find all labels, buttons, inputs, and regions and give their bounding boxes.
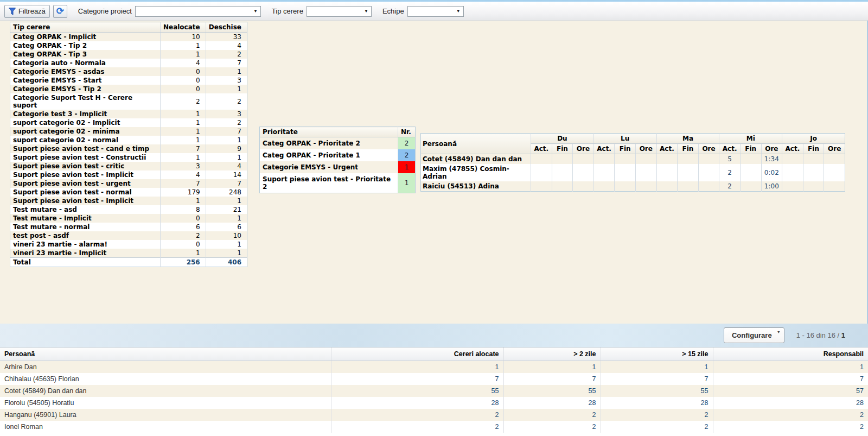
deschise-value: 3 [206, 110, 247, 118]
total-nealocate: 256 [160, 258, 206, 267]
deschise-value: 7 [206, 59, 247, 67]
table-row: Floroiu (54505) Horatiu 28 28 28 28 [0, 397, 868, 409]
table-row: Categorie EMSYS - Urgent 1 [260, 161, 416, 173]
echipe-select[interactable]: ▼ [407, 6, 464, 17]
ore-cell [635, 154, 656, 165]
tip-cerere-select[interactable]: ▼ [307, 6, 372, 17]
person-name: Chihalau (45635) Florian [0, 373, 331, 385]
fin-cell [803, 164, 824, 181]
col-header-deschise: Deschise [206, 22, 247, 33]
ore-cell [824, 164, 845, 181]
col-header-persoana: Persoană [421, 134, 531, 154]
nealocate-value: 1 [160, 110, 206, 118]
2-zile-value: 28 [503, 397, 601, 409]
nealocate-value: 0 [160, 85, 206, 93]
chevron-down-icon: ▼ [253, 9, 258, 14]
refresh-button[interactable]: ⟳ [53, 5, 67, 18]
table-row: Categorie EMSYS - asdas 0 1 [10, 67, 247, 76]
act-cell [656, 154, 678, 165]
day-group-mi: Mi [719, 134, 782, 144]
ore-cell [824, 154, 845, 165]
nealocate-value: 1 [160, 127, 206, 136]
tip-cerere-label: Suport piese avion test - Constructii [10, 153, 161, 162]
deschise-value: 9 [206, 144, 247, 153]
cereri-alocate-value: 28 [331, 397, 503, 409]
ore-cell [698, 154, 719, 165]
deschise-value: 4 [206, 41, 247, 50]
nealocate-value: 8 [160, 205, 206, 214]
table-row: Categ ORPAK - Implicit 10 33 [10, 33, 247, 42]
table-row: Cotet (45849) Dan dan dan 5 1:34 [421, 154, 845, 165]
table-row: suport categorie 02 - minima 1 7 [10, 127, 247, 136]
nealocate-value: 0 [160, 240, 206, 249]
act-cell [782, 164, 803, 181]
fin-cell [740, 181, 761, 192]
nealocate-value: 1 [160, 197, 206, 205]
table-row: Categorie test 3 - Implicit 1 3 [10, 110, 247, 118]
filter-toolbar: Filtrează ⟳ Categorie proiect ▼ Tip cere… [0, 2, 868, 21]
dashboard-panel: Tip cerere Nealocate Deschise Categ ORPA… [0, 21, 868, 324]
pagination-range: 1 - 16 din 16 / [796, 331, 841, 339]
tip-cerere-label: Suport piese avion test - cand e timp [10, 144, 161, 153]
act-cell [593, 164, 615, 181]
chevron-down-icon: ▼ [456, 9, 461, 14]
responsabil-value: 2 [713, 409, 868, 421]
tip-cerere-label: Categ ORPAK - Implicit [10, 33, 161, 42]
col-header-nealocate: Nealocate [160, 22, 206, 33]
table-row: Categ ORPAK - Prioritate 2 2 [260, 137, 416, 150]
table-row: Categ ORPAK - Prioritate 1 2 [260, 149, 416, 161]
prioritate-label: Suport piese avion test - Prioritate 2 [260, 173, 398, 193]
tip-cerere-label: Categoria auto - Normala [10, 59, 161, 67]
15-zile-value: 1 [601, 361, 713, 374]
configure-button[interactable]: Configurare ▼ [724, 327, 784, 343]
ore-cell: 1:00 [761, 181, 782, 192]
nealocate-value: 4 [160, 59, 206, 67]
tip-cerere-label: Suport piese avion test - normal [10, 188, 161, 197]
nealocate-value: 7 [160, 179, 206, 188]
cereri-alocate-value: 2 [331, 409, 503, 421]
col-header-cereri-alocate: Cereri alocate [331, 347, 503, 361]
nealocate-value: 1 [160, 136, 206, 144]
fin-cell [803, 181, 824, 192]
deschise-value: 1 [206, 136, 247, 144]
act-cell [656, 164, 678, 181]
tip-cerere-label: Categorie EMSYS - asdas [10, 67, 161, 76]
fin-cell [678, 154, 699, 165]
nealocate-value: 1 [160, 249, 206, 258]
refresh-icon: ⟳ [56, 7, 64, 16]
tip-cerere-label: Categorie EMSYS - Tip 2 [10, 85, 161, 93]
prioritate-table: Prioritate Nr. Categ ORPAK - Prioritate … [259, 127, 416, 193]
table-row: Test mutare - Implicit 0 1 [10, 214, 247, 223]
col-header-2-zile: > 2 zile [503, 347, 601, 361]
act-cell [531, 154, 552, 165]
ore-cell [573, 164, 594, 181]
sub-header-act: Act. [593, 144, 615, 154]
table-row: Categoria auto - Normala 4 7 [10, 59, 247, 67]
priority-count-badge: 2 [398, 149, 416, 161]
priority-count-badge: 1 [398, 161, 416, 173]
table-row: Suport piese avion test - urgent 7 7 [10, 179, 247, 188]
filter-button[interactable]: Filtrează [4, 5, 50, 18]
act-cell [531, 164, 552, 181]
responsabil-value: 2 [713, 421, 868, 433]
nealocate-value: 4 [160, 170, 206, 179]
table-row: Suport piese avion test - critic 3 4 [10, 162, 247, 170]
deschise-value: 6 [206, 223, 247, 231]
15-zile-value: 28 [601, 397, 713, 409]
categorie-proiect-select[interactable]: ▼ [135, 6, 261, 17]
15-zile-value: 55 [601, 385, 713, 397]
prioritate-label: Categorie EMSYS - Urgent [260, 161, 398, 173]
col-header-persoana: Persoană [0, 347, 331, 361]
tip-cerere-label: test post - asdf [10, 231, 161, 240]
sub-header-ore: Ore [573, 144, 594, 154]
table-row: Maxim (47855) Cosmin-Adrian 2 0:02 [421, 164, 845, 181]
deschise-value: 4 [206, 162, 247, 170]
nealocate-value: 1 [160, 41, 206, 50]
day-group-jo: Jo [782, 134, 845, 144]
fin-cell [552, 164, 573, 181]
table-row: Arhire Dan 1 1 1 1 [0, 361, 868, 374]
act-cell [593, 154, 615, 165]
tip-cerere-label: suport categorie 02 - Implicit [10, 118, 161, 127]
person-name: Cotet (45849) Dan dan dan [421, 154, 531, 165]
nealocate-value: 0 [160, 214, 206, 223]
